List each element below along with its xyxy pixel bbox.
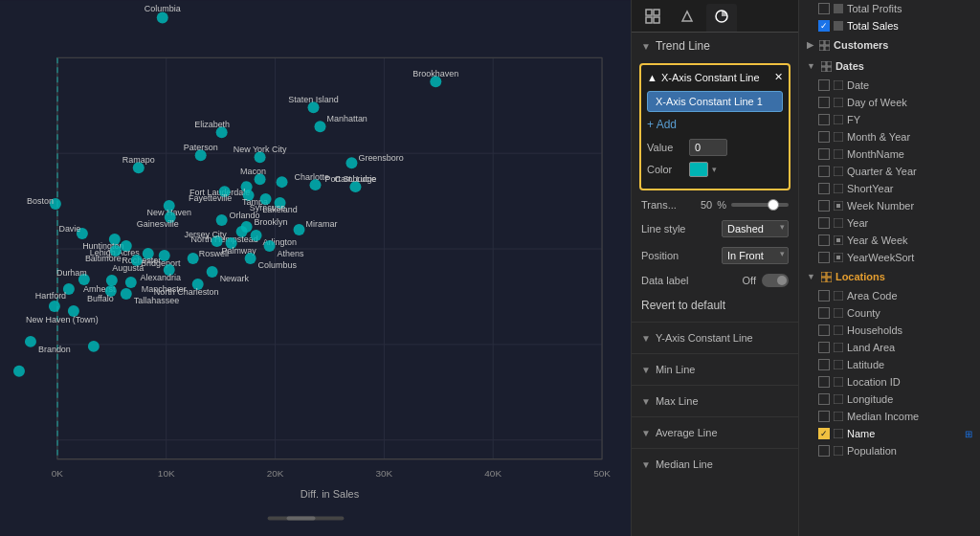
cb-yws[interactable] — [818, 252, 830, 263]
cb-date[interactable] — [818, 79, 830, 91]
field-quarter-year[interactable]: Quarter & Year — [799, 163, 980, 180]
line-style-select[interactable]: Dashed — [722, 220, 789, 237]
svg-rect-155 — [827, 272, 832, 277]
checkbox-total-profits[interactable] — [818, 3, 830, 14]
field-longitude[interactable]: Longitude — [799, 391, 980, 408]
field-date[interactable]: Date — [799, 77, 980, 94]
cb-county[interactable] — [818, 307, 830, 319]
lng-label: Longitude — [847, 393, 893, 405]
average-line-section[interactable]: ▼ Average Line — [632, 420, 798, 445]
cb-year[interactable] — [818, 217, 830, 229]
cb-wn[interactable] — [818, 200, 830, 212]
color-selector[interactable]: ▾ — [689, 162, 717, 177]
field-item-total-sales[interactable]: ✓ Total Sales — [799, 17, 980, 34]
field-land-area[interactable]: Land Area — [799, 339, 980, 356]
field-month-year[interactable]: Month & Year — [799, 128, 980, 145]
dim-icon-yw — [834, 235, 843, 245]
cb-la[interactable] — [818, 342, 830, 353]
cb-yw[interactable] — [818, 234, 830, 246]
locations-header[interactable]: ▼ Locations — [799, 266, 980, 287]
field-area-code[interactable]: Area Code — [799, 287, 980, 304]
slider-thumb[interactable] — [768, 199, 779, 211]
svg-text:Fayetteville: Fayetteville — [189, 193, 232, 203]
dates-header[interactable]: ▼ Dates — [799, 56, 980, 77]
field-population[interactable]: Population — [799, 442, 980, 459]
field-year-week[interactable]: Year & Week — [799, 232, 980, 249]
y-axis-constant-section[interactable]: ▼ Y-Axis Constant Line — [632, 325, 798, 350]
cb-mi[interactable] — [818, 411, 830, 422]
median-line-section[interactable]: ▼ Median Line — [632, 452, 798, 477]
chart-svg: Columbia Brookhaven Staten Island Elizab… — [0, 0, 631, 536]
cb-my[interactable] — [818, 131, 830, 143]
checkbox-total-sales[interactable]: ✓ — [818, 20, 830, 32]
position-select-wrapper[interactable]: In Front — [722, 247, 789, 264]
svg-rect-145 — [834, 167, 843, 176]
cb-lat[interactable] — [818, 359, 830, 370]
field-location-id[interactable]: Location ID — [799, 373, 980, 391]
trend-line-header[interactable]: ▼ Trend Line — [632, 33, 798, 59]
cb-mn[interactable] — [818, 148, 830, 160]
svg-text:Tallahassee: Tallahassee — [134, 296, 179, 305]
cb-lid[interactable] — [818, 376, 830, 388]
field-day-of-week[interactable]: Day of Week — [799, 94, 980, 111]
field-item-total-profits[interactable]: Total Profits — [799, 0, 980, 17]
cb-ac[interactable] — [818, 290, 830, 302]
toggle-track[interactable] — [762, 274, 789, 287]
qy-label: Quarter & Year — [847, 166, 917, 177]
max-line-chevron: ▼ — [641, 396, 651, 407]
data-label-toggle[interactable]: Off — [743, 274, 789, 287]
mi-label: Median Income — [847, 411, 919, 422]
add-constant-line-btn[interactable]: + Add — [647, 118, 783, 131]
cb-pop[interactable] — [818, 445, 830, 457]
x-axis-tab[interactable]: X-Axis Constant Line 1 — [647, 91, 783, 112]
divider-2 — [632, 353, 798, 354]
dates-label: Dates — [835, 60, 864, 72]
field-name[interactable]: ✓ Name ⊞ — [799, 425, 980, 442]
svg-point-95 — [125, 277, 137, 288]
name-label: Name — [847, 428, 875, 439]
x-axis-close-icon[interactable]: ✕ — [774, 71, 783, 83]
field-yearweeksort[interactable]: YearWeekSort — [799, 249, 980, 266]
tab-table[interactable] — [637, 4, 668, 32]
cb-name[interactable]: ✓ — [818, 428, 830, 439]
cb-dow[interactable] — [818, 97, 830, 108]
field-short-year[interactable]: ShortYear — [799, 180, 980, 197]
field-year[interactable]: Year — [799, 214, 980, 232]
color-swatch[interactable] — [689, 162, 708, 177]
line-style-select-wrapper[interactable]: Dashed — [722, 220, 789, 237]
cb-qy[interactable] — [818, 166, 830, 177]
cb-fy[interactable] — [818, 114, 830, 125]
revert-btn[interactable]: Revert to default — [632, 292, 798, 319]
dim-icon-wn — [834, 201, 843, 211]
field-median-income[interactable]: Median Income — [799, 408, 980, 425]
svg-text:Davie: Davie — [58, 224, 80, 234]
value-input[interactable] — [689, 139, 727, 156]
field-fy[interactable]: FY — [799, 111, 980, 128]
measure-icon-total-sales — [834, 21, 843, 31]
year-label: Year — [847, 217, 868, 229]
cb-lng[interactable] — [818, 393, 830, 405]
transparency-slider-container[interactable]: 50 % — [701, 199, 789, 211]
field-monthname[interactable]: MonthName — [799, 145, 980, 163]
svg-rect-160 — [834, 325, 843, 335]
divider-3 — [632, 385, 798, 386]
position-select[interactable]: In Front — [722, 247, 789, 264]
field-week-number[interactable]: Week Number — [799, 197, 980, 214]
field-county[interactable]: County — [799, 304, 980, 322]
position-row: Position In Front — [632, 242, 798, 269]
tab-chart[interactable] — [706, 4, 737, 32]
max-line-section[interactable]: ▼ Max Line — [632, 389, 798, 413]
tab-paint[interactable] — [672, 4, 702, 32]
min-line-section[interactable]: ▼ Min Line — [632, 357, 798, 382]
customers-header[interactable]: ▶ Customers — [799, 34, 980, 56]
field-latitude[interactable]: Latitude — [799, 356, 980, 373]
cb-hh[interactable] — [818, 324, 830, 336]
transparency-slider[interactable] — [731, 203, 789, 207]
cb-sy[interactable] — [818, 183, 830, 194]
color-dropdown-arrow[interactable]: ▾ — [712, 165, 717, 174]
trend-line-label: Trend Line — [656, 39, 710, 53]
dim-icon-date — [834, 80, 843, 90]
svg-text:Elizabeth: Elizabeth — [194, 120, 230, 129]
field-households[interactable]: Households — [799, 322, 980, 339]
svg-point-38 — [310, 179, 322, 190]
